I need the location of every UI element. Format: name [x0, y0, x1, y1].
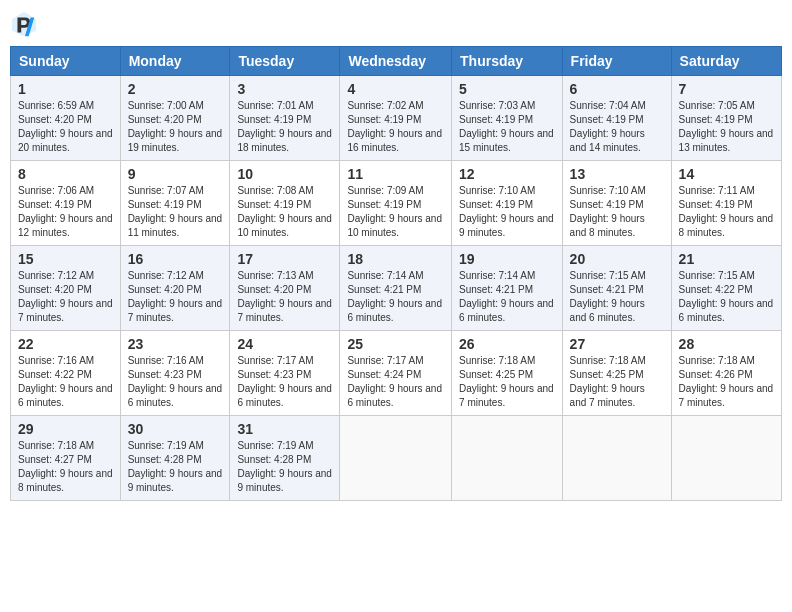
- day-info: Sunrise: 7:18 AMSunset: 4:25 PMDaylight:…: [459, 354, 555, 410]
- calendar-cell: 29Sunrise: 7:18 AMSunset: 4:27 PMDayligh…: [11, 416, 121, 501]
- day-number: 20: [570, 251, 664, 267]
- calendar-week-row: 1Sunrise: 6:59 AMSunset: 4:20 PMDaylight…: [11, 76, 782, 161]
- calendar-cell: [671, 416, 781, 501]
- calendar-header-monday: Monday: [120, 47, 230, 76]
- calendar-cell: 8Sunrise: 7:06 AMSunset: 4:19 PMDaylight…: [11, 161, 121, 246]
- calendar-header-friday: Friday: [562, 47, 671, 76]
- calendar-cell: 13Sunrise: 7:10 AMSunset: 4:19 PMDayligh…: [562, 161, 671, 246]
- calendar-cell: 14Sunrise: 7:11 AMSunset: 4:19 PMDayligh…: [671, 161, 781, 246]
- day-number: 18: [347, 251, 444, 267]
- calendar-header-tuesday: Tuesday: [230, 47, 340, 76]
- day-info: Sunrise: 7:02 AMSunset: 4:19 PMDaylight:…: [347, 99, 444, 155]
- calendar-cell: 11Sunrise: 7:09 AMSunset: 4:19 PMDayligh…: [340, 161, 452, 246]
- day-info: Sunrise: 7:00 AMSunset: 4:20 PMDaylight:…: [128, 99, 223, 155]
- day-info: Sunrise: 7:07 AMSunset: 4:19 PMDaylight:…: [128, 184, 223, 240]
- day-info: Sunrise: 7:19 AMSunset: 4:28 PMDaylight:…: [128, 439, 223, 495]
- calendar-cell: 9Sunrise: 7:07 AMSunset: 4:19 PMDaylight…: [120, 161, 230, 246]
- calendar-cell: 2Sunrise: 7:00 AMSunset: 4:20 PMDaylight…: [120, 76, 230, 161]
- day-info: Sunrise: 7:16 AMSunset: 4:23 PMDaylight:…: [128, 354, 223, 410]
- calendar-cell: 7Sunrise: 7:05 AMSunset: 4:19 PMDaylight…: [671, 76, 781, 161]
- day-info: Sunrise: 7:04 AMSunset: 4:19 PMDaylight:…: [570, 99, 664, 155]
- day-info: Sunrise: 7:06 AMSunset: 4:19 PMDaylight:…: [18, 184, 113, 240]
- day-number: 11: [347, 166, 444, 182]
- day-info: Sunrise: 7:03 AMSunset: 4:19 PMDaylight:…: [459, 99, 555, 155]
- calendar-cell: 18Sunrise: 7:14 AMSunset: 4:21 PMDayligh…: [340, 246, 452, 331]
- day-number: 31: [237, 421, 332, 437]
- calendar-cell: 6Sunrise: 7:04 AMSunset: 4:19 PMDaylight…: [562, 76, 671, 161]
- calendar-header-sunday: Sunday: [11, 47, 121, 76]
- calendar-cell: 19Sunrise: 7:14 AMSunset: 4:21 PMDayligh…: [452, 246, 563, 331]
- day-info: Sunrise: 7:05 AMSunset: 4:19 PMDaylight:…: [679, 99, 774, 155]
- calendar-cell: 15Sunrise: 7:12 AMSunset: 4:20 PMDayligh…: [11, 246, 121, 331]
- calendar-cell: 24Sunrise: 7:17 AMSunset: 4:23 PMDayligh…: [230, 331, 340, 416]
- calendar-cell: 16Sunrise: 7:12 AMSunset: 4:20 PMDayligh…: [120, 246, 230, 331]
- calendar-cell: 26Sunrise: 7:18 AMSunset: 4:25 PMDayligh…: [452, 331, 563, 416]
- logo: [10, 10, 42, 38]
- day-info: Sunrise: 7:12 AMSunset: 4:20 PMDaylight:…: [128, 269, 223, 325]
- day-number: 5: [459, 81, 555, 97]
- calendar-cell: 31Sunrise: 7:19 AMSunset: 4:28 PMDayligh…: [230, 416, 340, 501]
- day-info: Sunrise: 7:13 AMSunset: 4:20 PMDaylight:…: [237, 269, 332, 325]
- day-info: Sunrise: 7:01 AMSunset: 4:19 PMDaylight:…: [237, 99, 332, 155]
- calendar-week-row: 22Sunrise: 7:16 AMSunset: 4:22 PMDayligh…: [11, 331, 782, 416]
- day-number: 7: [679, 81, 774, 97]
- calendar-cell: 30Sunrise: 7:19 AMSunset: 4:28 PMDayligh…: [120, 416, 230, 501]
- calendar-week-row: 29Sunrise: 7:18 AMSunset: 4:27 PMDayligh…: [11, 416, 782, 501]
- day-info: Sunrise: 7:18 AMSunset: 4:27 PMDaylight:…: [18, 439, 113, 495]
- page-header: [10, 10, 782, 38]
- calendar-cell: 10Sunrise: 7:08 AMSunset: 4:19 PMDayligh…: [230, 161, 340, 246]
- calendar-cell: [562, 416, 671, 501]
- day-info: Sunrise: 7:15 AMSunset: 4:21 PMDaylight:…: [570, 269, 664, 325]
- day-number: 1: [18, 81, 113, 97]
- day-number: 17: [237, 251, 332, 267]
- day-number: 14: [679, 166, 774, 182]
- day-number: 26: [459, 336, 555, 352]
- day-number: 12: [459, 166, 555, 182]
- calendar-cell: 27Sunrise: 7:18 AMSunset: 4:25 PMDayligh…: [562, 331, 671, 416]
- day-number: 28: [679, 336, 774, 352]
- day-info: Sunrise: 7:09 AMSunset: 4:19 PMDaylight:…: [347, 184, 444, 240]
- day-info: Sunrise: 7:15 AMSunset: 4:22 PMDaylight:…: [679, 269, 774, 325]
- calendar-cell: 20Sunrise: 7:15 AMSunset: 4:21 PMDayligh…: [562, 246, 671, 331]
- day-number: 23: [128, 336, 223, 352]
- day-number: 30: [128, 421, 223, 437]
- day-number: 16: [128, 251, 223, 267]
- day-info: Sunrise: 7:17 AMSunset: 4:24 PMDaylight:…: [347, 354, 444, 410]
- calendar-cell: 4Sunrise: 7:02 AMSunset: 4:19 PMDaylight…: [340, 76, 452, 161]
- calendar-table: SundayMondayTuesdayWednesdayThursdayFrid…: [10, 46, 782, 501]
- day-info: Sunrise: 7:18 AMSunset: 4:26 PMDaylight:…: [679, 354, 774, 410]
- logo-icon: [10, 10, 38, 38]
- day-number: 2: [128, 81, 223, 97]
- day-number: 9: [128, 166, 223, 182]
- calendar-cell: 12Sunrise: 7:10 AMSunset: 4:19 PMDayligh…: [452, 161, 563, 246]
- calendar-cell: 25Sunrise: 7:17 AMSunset: 4:24 PMDayligh…: [340, 331, 452, 416]
- day-info: Sunrise: 7:11 AMSunset: 4:19 PMDaylight:…: [679, 184, 774, 240]
- day-info: Sunrise: 7:16 AMSunset: 4:22 PMDaylight:…: [18, 354, 113, 410]
- day-number: 6: [570, 81, 664, 97]
- calendar-cell: 21Sunrise: 7:15 AMSunset: 4:22 PMDayligh…: [671, 246, 781, 331]
- calendar-header-row: SundayMondayTuesdayWednesdayThursdayFrid…: [11, 47, 782, 76]
- day-info: Sunrise: 7:10 AMSunset: 4:19 PMDaylight:…: [459, 184, 555, 240]
- day-number: 25: [347, 336, 444, 352]
- svg-marker-0: [12, 12, 36, 36]
- calendar-cell: 23Sunrise: 7:16 AMSunset: 4:23 PMDayligh…: [120, 331, 230, 416]
- calendar-header-wednesday: Wednesday: [340, 47, 452, 76]
- calendar-cell: 28Sunrise: 7:18 AMSunset: 4:26 PMDayligh…: [671, 331, 781, 416]
- day-number: 21: [679, 251, 774, 267]
- day-number: 8: [18, 166, 113, 182]
- day-info: Sunrise: 7:17 AMSunset: 4:23 PMDaylight:…: [237, 354, 332, 410]
- calendar-cell: [340, 416, 452, 501]
- calendar-cell: 1Sunrise: 6:59 AMSunset: 4:20 PMDaylight…: [11, 76, 121, 161]
- calendar-week-row: 15Sunrise: 7:12 AMSunset: 4:20 PMDayligh…: [11, 246, 782, 331]
- day-number: 27: [570, 336, 664, 352]
- day-info: Sunrise: 7:14 AMSunset: 4:21 PMDaylight:…: [347, 269, 444, 325]
- day-number: 22: [18, 336, 113, 352]
- day-info: Sunrise: 7:19 AMSunset: 4:28 PMDaylight:…: [237, 439, 332, 495]
- day-number: 19: [459, 251, 555, 267]
- day-number: 24: [237, 336, 332, 352]
- calendar-header-thursday: Thursday: [452, 47, 563, 76]
- calendar-cell: 3Sunrise: 7:01 AMSunset: 4:19 PMDaylight…: [230, 76, 340, 161]
- calendar-cell: 22Sunrise: 7:16 AMSunset: 4:22 PMDayligh…: [11, 331, 121, 416]
- day-info: Sunrise: 7:10 AMSunset: 4:19 PMDaylight:…: [570, 184, 664, 240]
- day-number: 15: [18, 251, 113, 267]
